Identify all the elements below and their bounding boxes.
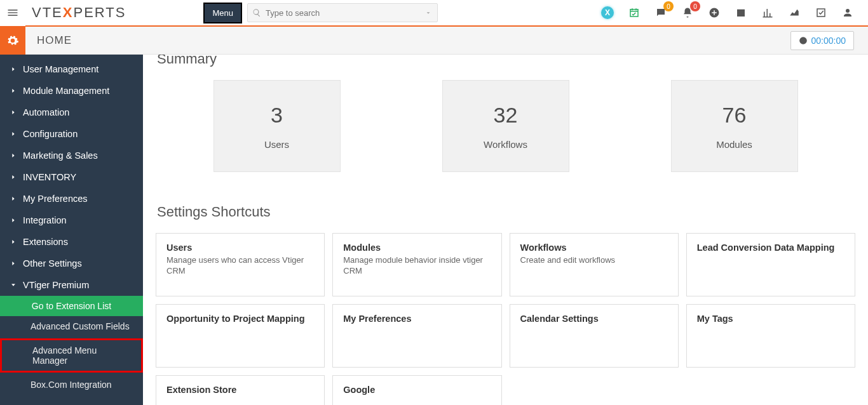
top-icons: X 0 0 <box>601 6 868 19</box>
content: Summary 3Users32Workflows76Modules Setti… <box>143 55 868 405</box>
sidebar-item-label: Marketing & Sales <box>23 150 98 161</box>
stat-value: 76 <box>722 103 747 128</box>
sidebar-item[interactable]: Module Management <box>0 80 143 102</box>
gear-icon[interactable] <box>0 27 25 55</box>
sidebar-item-label: VTiger Premium <box>23 280 89 290</box>
summary-title: Summary <box>157 55 855 67</box>
shortcut-title: My Tags <box>697 314 844 324</box>
shortcut-desc: Manage users who can access Vtiger CRM <box>166 255 314 277</box>
shortcut-desc: Manage module behavior inside vtiger CRM <box>343 255 491 277</box>
shortcut-card[interactable]: My Preferences <box>332 304 501 368</box>
sidebar-item-label: User Management <box>23 64 98 74</box>
brand-badge-icon[interactable]: X <box>601 6 614 19</box>
calendar-icon[interactable] <box>735 6 747 19</box>
sidebar-item-label: Configuration <box>23 129 78 139</box>
shortcut-card[interactable]: Extension Store <box>156 375 325 405</box>
shortcut-title: Users <box>166 242 314 253</box>
shortcuts-title: Settings Shortcuts <box>157 204 855 220</box>
sidebar: User ManagementModule ManagementAutomati… <box>0 55 143 405</box>
sidebar-sub-item[interactable]: Go to Extension List <box>0 296 143 316</box>
shortcut-title: Calendar Settings <box>520 314 668 324</box>
sidebar-item[interactable]: VTiger Premium <box>0 274 143 296</box>
sidebar-item-label: Extensions <box>23 237 68 247</box>
shortcut-card[interactable]: WorkflowsCreate and edit workflows <box>510 233 679 296</box>
hamburger-icon[interactable] <box>0 0 25 26</box>
sidebar-item[interactable]: User Management <box>0 58 143 80</box>
top-bar: VTEXPERTS Menu X 0 0 <box>0 0 868 27</box>
sidebar-sub-item[interactable]: Box.Com Integration <box>0 375 143 395</box>
shortcut-title: Modules <box>343 242 491 253</box>
sidebar-sub-item[interactable]: Advanced Custom Fields <box>0 316 143 336</box>
shortcut-title: Workflows <box>520 242 668 253</box>
sidebar-item-label: INVENTORY <box>23 172 76 182</box>
area-chart-icon[interactable] <box>788 6 801 19</box>
timer-value: 00:00:00 <box>811 36 846 46</box>
timer[interactable]: 00:00:00 <box>790 31 855 50</box>
sidebar-item[interactable]: Integration <box>0 209 143 231</box>
sidebar-item-label: Other Settings <box>23 258 82 269</box>
checkbox-icon[interactable] <box>815 6 827 19</box>
sidebar-item[interactable]: Extensions <box>0 231 143 253</box>
shortcut-card[interactable]: Lead Conversion Data Mapping <box>686 233 855 296</box>
shortcut-title: Extension Store <box>166 385 314 395</box>
sidebar-item[interactable]: Configuration <box>0 123 143 145</box>
stat-card: 76Modules <box>671 80 798 172</box>
shortcut-title: My Preferences <box>343 314 491 324</box>
stat-card: 3Users <box>214 80 341 172</box>
sidebar-item-label: Integration <box>23 215 67 225</box>
menu-button[interactable]: Menu <box>203 3 242 23</box>
stat-label: Workflows <box>484 139 527 150</box>
shortcut-card[interactable]: Calendar Settings <box>510 304 679 368</box>
shortcut-card[interactable]: My Tags <box>686 304 855 368</box>
user-icon[interactable] <box>841 6 854 19</box>
bar-chart-icon[interactable] <box>761 6 774 19</box>
search-input[interactable] <box>266 8 419 18</box>
shortcut-title: Lead Conversion Data Mapping <box>697 242 844 253</box>
bell-icon[interactable]: 0 <box>681 6 694 19</box>
stat-card: 32Workflows <box>442 80 569 172</box>
plus-circle-icon[interactable] <box>708 6 721 19</box>
stat-label: Users <box>264 139 289 150</box>
sub-bar: HOME 00:00:00 <box>0 27 868 55</box>
shortcut-card[interactable]: Google <box>332 375 501 405</box>
sidebar-item[interactable]: Automation <box>0 102 143 123</box>
shortcut-title: Google <box>343 385 491 395</box>
shortcut-card[interactable]: Opportunity to Project Mapping <box>156 304 325 368</box>
sidebar-item-label: Automation <box>23 107 69 117</box>
logo: VTEXPERTS <box>25 4 135 21</box>
stats-row: 3Users32Workflows76Modules <box>156 80 855 172</box>
stat-value: 3 <box>271 103 283 128</box>
search-icon <box>248 8 266 17</box>
stat-value: 32 <box>494 103 518 128</box>
search-input-wrap[interactable] <box>247 3 438 22</box>
sidebar-item[interactable]: My Preferences <box>0 188 143 209</box>
sidebar-item-label: Module Management <box>23 86 109 96</box>
shortcut-title: Opportunity to Project Mapping <box>166 314 314 324</box>
sidebar-item-label: My Preferences <box>23 194 88 204</box>
main: User ManagementModule ManagementAutomati… <box>0 55 868 405</box>
shortcut-desc: Create and edit workflows <box>520 255 668 266</box>
shortcuts-grid: UsersManage users who can access Vtiger … <box>156 233 855 405</box>
chat-icon[interactable]: 0 <box>654 6 667 19</box>
search-dropdown-icon[interactable] <box>419 10 437 16</box>
shortcut-card[interactable]: ModulesManage module behavior inside vti… <box>332 233 501 296</box>
sidebar-item[interactable]: Other Settings <box>0 253 143 274</box>
shortcut-card[interactable]: UsersManage users who can access Vtiger … <box>156 233 325 296</box>
page-title: HOME <box>25 34 72 47</box>
chat-badge: 0 <box>663 1 674 11</box>
bell-badge: 0 <box>690 1 700 11</box>
calendar-check-icon[interactable] <box>628 6 641 19</box>
sidebar-sub-item[interactable]: Advanced Menu Manager <box>0 338 143 373</box>
sidebar-item[interactable]: Marketing & Sales <box>0 145 143 166</box>
stat-label: Modules <box>716 139 752 150</box>
sidebar-item[interactable]: INVENTORY <box>0 166 143 188</box>
